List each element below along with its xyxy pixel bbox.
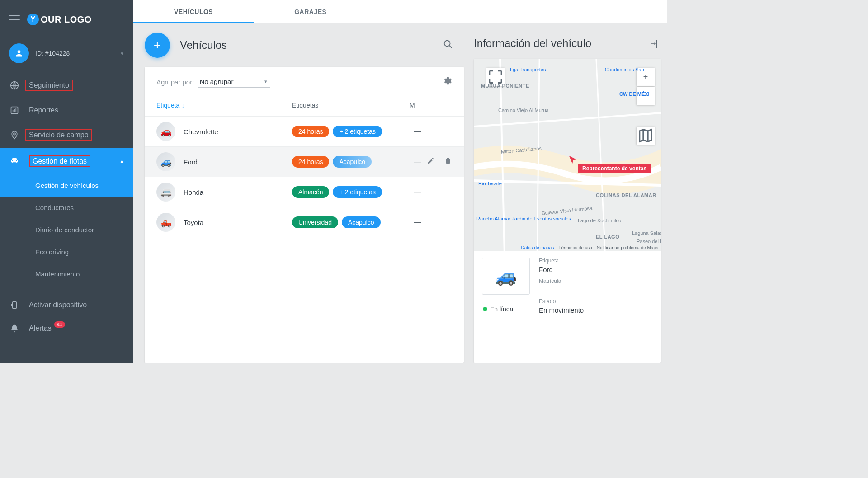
tabs: VEHÍCULOS GARAJES [133,0,667,23]
vehicle-tags: 24 horas+ 2 etiquetas [292,126,410,137]
info-etiqueta-label: Etiqueta [539,258,584,264]
vehicle-tags: UniversidadAcapulco [292,216,410,228]
info-panel: Información del vehículo →| [474,33,667,363]
search-icon[interactable] [443,39,453,51]
nav-seguimiento[interactable]: Seguimiento [0,72,133,98]
col-header-m[interactable]: M [410,102,415,109]
vehicle-m: — [414,158,421,166]
add-vehicle-button[interactable]: + [145,33,170,58]
map-data-link[interactable]: Datos de mapas [521,245,554,250]
map-attribution: Datos de mapas Términos de uso Notificar… [521,245,659,250]
info-etiqueta-value: Ford [539,266,584,273]
table-row[interactable]: 🚙Ford24 horasAcapulco— [145,146,464,177]
vehicle-m: — [414,218,421,226]
vehicles-panel: + Vehículos Agrupar por: No agrupar [145,33,464,363]
info-estado-label: Estado [539,298,584,305]
vehicle-name: Chevrolette [184,128,292,136]
user-avatar-icon [9,43,29,63]
chevron-up-icon: ▲ [119,159,124,164]
tab-vehiculos[interactable]: VEHÍCULOS [133,0,254,23]
svg-rect-5 [16,108,17,112]
svg-point-8 [444,41,450,47]
user-section[interactable]: ID: #104228 ▼ [0,34,133,72]
pin-icon [9,130,20,140]
tag: Acapulco [333,156,372,168]
svg-point-0 [18,50,21,53]
table-row[interactable]: 🚗Chevrolette24 horas+ 2 etiquetas— [145,116,464,146]
chevron-down-icon: ▼ [120,51,124,56]
map-marker-label: Representante de ventas [578,164,651,173]
logo: Y OUR LOGO [27,14,92,25]
nav-sub-conductores[interactable]: Conductores [0,197,133,219]
svg-rect-4 [14,109,15,112]
tag: 24 horas [292,156,329,168]
map-report[interactable]: Notificar un problema de Maps [597,245,658,250]
nav-reportes[interactable]: Reportes [0,98,133,122]
tab-garajes[interactable]: GARAJES [254,0,367,23]
group-by-label: Agrupar por: [156,78,194,86]
nav-servicio-campo[interactable]: Servicio de campo [0,122,133,148]
nav-alertas[interactable]: Alertas 41 [0,317,133,340]
car-icon [9,156,20,167]
vehicle-name: Ford [184,158,292,166]
group-by-select[interactable]: No agrupar [198,76,270,88]
edit-icon[interactable] [427,157,435,167]
user-id-label: ID: #104228 [35,50,70,57]
collapse-icon[interactable]: →| [649,39,656,48]
map-marker-icon [568,155,578,166]
vehicle-m: — [414,127,421,136]
map-layer-button[interactable] [637,127,655,145]
nav-sub-diario[interactable]: Diario de conductor [0,219,133,241]
vehicle-avatar: 🚗 [156,122,175,141]
vehicles-card: Agrupar por: No agrupar Etiqueta ↓ [145,67,464,363]
info-panel-title: Información del vehículo [474,37,591,50]
status-dot-icon [483,307,487,311]
device-icon [9,300,20,309]
main: VEHÍCULOS GARAJES + Vehículos Agrupar po… [133,0,667,363]
logo-circle: Y [27,14,39,25]
tag: Almacén [292,186,329,198]
svg-rect-3 [13,110,14,112]
gear-icon[interactable] [442,76,452,88]
vehicle-name: Honda [184,188,292,196]
nav-flotas[interactable]: Gestión de flotas ▲ [0,148,133,174]
vehicle-avatar: 🚐 [156,183,175,202]
sort-arrow-icon: ↓ [181,102,184,109]
table-row[interactable]: 🚐HondaAlmacén+ 2 etiquetas— [145,177,464,207]
logo-text: OUR LOGO [41,14,92,25]
vehicle-name: Toyota [184,219,292,226]
tag: 24 horas [292,126,329,137]
map[interactable]: + − Representante de ventas Lga Transpor… [474,59,661,251]
vehicle-tags: Almacén+ 2 etiquetas [292,186,410,198]
map-fullscreen-button[interactable] [486,68,505,86]
delete-icon[interactable] [444,157,452,167]
info-estado-value: En movimiento [539,306,584,314]
tag: Acapulco [342,216,381,228]
hamburger-icon[interactable] [9,15,20,23]
info-matricula-label: Matrícula [539,278,584,284]
col-header-label[interactable]: Etiqueta ↓ [156,102,292,109]
map-zoom-in-button[interactable]: + [637,68,655,86]
panel-title: Vehículos [180,39,227,52]
nav-sub-vehiculos[interactable]: Gestión de vehículos [0,174,133,197]
vehicle-m: — [414,188,421,196]
sidebar: Y OUR LOGO ID: #104228 ▼ Seguimiento Rep… [0,0,133,363]
map-terms[interactable]: Términos de uso [558,245,592,250]
online-status: En línea [483,305,513,313]
nav-sub-eco[interactable]: Eco driving [0,241,133,263]
info-matricula-value: — [539,286,584,294]
nav-sub-mantenimiento[interactable]: Mantenimiento [0,263,133,285]
alerts-badge: 41 [54,321,65,328]
vehicle-avatar: 🛻 [156,213,175,232]
map-zoom-out-button[interactable]: − [637,87,655,105]
tag: + 2 etiquetas [333,186,382,198]
bell-icon [9,324,20,333]
globe-icon [9,80,20,90]
chart-icon [9,106,20,115]
nav-activar-dispositivo[interactable]: Activar dispositivo [0,293,133,317]
table-row[interactable]: 🛻ToyotaUniversidadAcapulco— [145,207,464,237]
vehicle-thumbnail: 🚙 [482,258,530,295]
tag: + 2 etiquetas [333,126,382,137]
col-header-tags[interactable]: Etiquetas [292,102,410,109]
svg-point-6 [14,133,15,135]
